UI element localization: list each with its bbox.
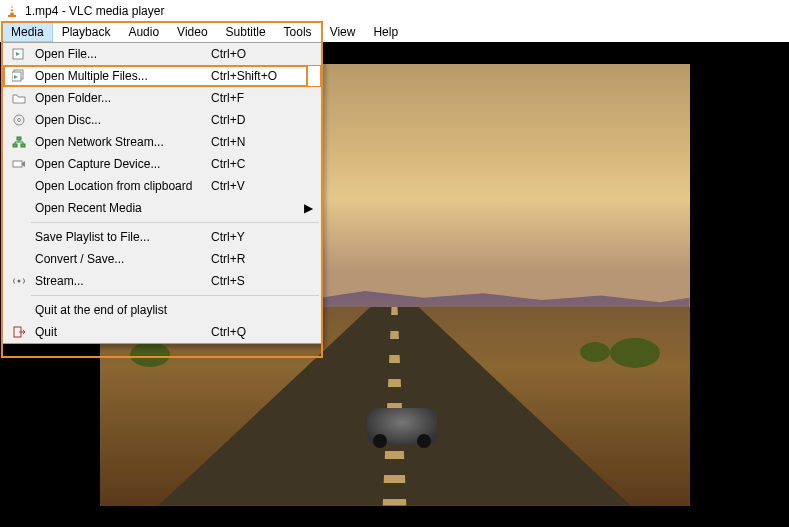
menu-bar: Media Playback Audio Video Subtitle Tool… — [0, 22, 789, 42]
menu-open-multiple-files[interactable]: Open Multiple Files... Ctrl+Shift+O — [3, 65, 321, 87]
menu-separator — [31, 295, 319, 296]
menu-open-recent-media[interactable]: Open Recent Media ▶ — [3, 197, 321, 219]
menu-open-disc[interactable]: Open Disc... Ctrl+D — [3, 109, 321, 131]
menu-quit-end-playlist[interactable]: Quit at the end of playlist — [3, 299, 321, 321]
menu-video[interactable]: Video — [168, 22, 216, 42]
svg-rect-11 — [13, 161, 22, 167]
menu-tools[interactable]: Tools — [275, 22, 321, 42]
file-open-icon — [9, 47, 29, 61]
menu-open-location-clipboard[interactable]: Open Location from clipboard Ctrl+V — [3, 175, 321, 197]
menu-separator — [31, 222, 319, 223]
svg-rect-10 — [17, 137, 21, 140]
svg-point-12 — [18, 280, 21, 283]
network-icon — [9, 135, 29, 149]
quit-icon — [9, 325, 29, 339]
menu-save-playlist[interactable]: Save Playlist to File... Ctrl+Y — [3, 226, 321, 248]
menu-playback[interactable]: Playback — [53, 22, 120, 42]
svg-rect-8 — [13, 144, 17, 147]
file-open-multi-icon — [9, 69, 29, 83]
menu-open-capture-device[interactable]: Open Capture Device... Ctrl+C — [3, 153, 321, 175]
capture-icon — [9, 157, 29, 171]
menu-stream[interactable]: Stream... Ctrl+S — [3, 270, 321, 292]
menu-open-file[interactable]: Open File... Ctrl+O — [3, 43, 321, 65]
folder-open-icon — [9, 91, 29, 105]
menu-audio[interactable]: Audio — [119, 22, 168, 42]
menu-help[interactable]: Help — [364, 22, 407, 42]
svg-rect-2 — [10, 11, 14, 13]
menu-view[interactable]: View — [321, 22, 365, 42]
menu-media[interactable]: Media — [2, 22, 53, 42]
menu-convert-save[interactable]: Convert / Save... Ctrl+R — [3, 248, 321, 270]
title-bar: 1.mp4 - VLC media player — [0, 0, 789, 22]
svg-rect-0 — [8, 15, 16, 17]
menu-open-folder[interactable]: Open Folder... Ctrl+F — [3, 87, 321, 109]
svg-point-7 — [18, 119, 21, 122]
svg-rect-9 — [21, 144, 25, 147]
stream-icon — [9, 274, 29, 288]
menu-quit[interactable]: Quit Ctrl+Q — [3, 321, 321, 343]
vlc-cone-icon — [4, 3, 20, 19]
media-dropdown: Open File... Ctrl+O Open Multiple Files.… — [2, 42, 322, 344]
submenu-arrow-icon: ▶ — [301, 201, 315, 215]
menu-open-network-stream[interactable]: Open Network Stream... Ctrl+N — [3, 131, 321, 153]
disc-icon — [9, 113, 29, 127]
menu-subtitle[interactable]: Subtitle — [217, 22, 275, 42]
window-title: 1.mp4 - VLC media player — [25, 4, 164, 18]
svg-rect-1 — [11, 8, 14, 10]
